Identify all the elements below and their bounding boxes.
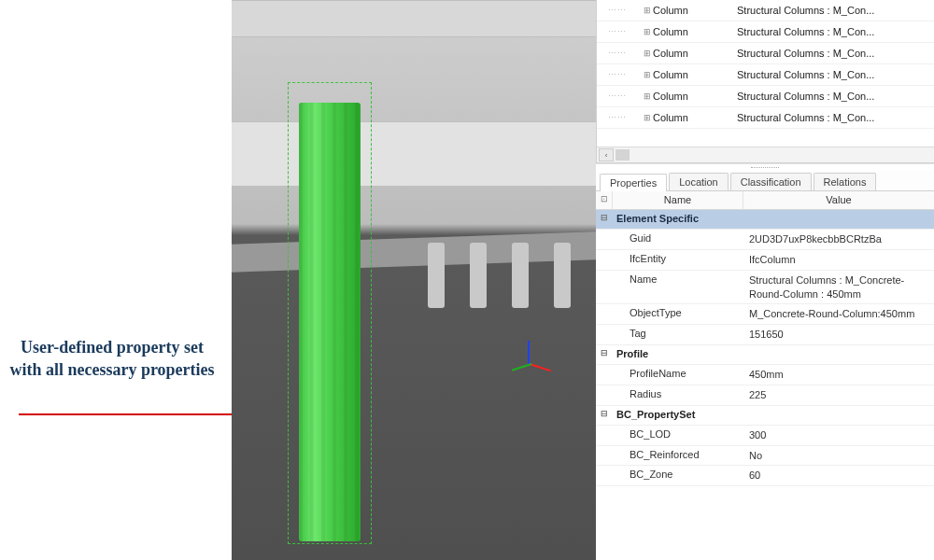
- group-bc-propertyset[interactable]: ⊟ BC_PropertySet: [596, 406, 934, 426]
- property-row[interactable]: Name Structural Columns : M_Concrete-Rou…: [596, 271, 934, 305]
- tree-item-name: Column: [653, 112, 737, 123]
- property-row[interactable]: ObjectType M_Concrete-Round-Column:450mm: [596, 304, 934, 325]
- 3d-viewport[interactable]: [232, 0, 596, 560]
- slab-element: [232, 231, 596, 273]
- tree-guide-icon: ⋯⋯: [608, 70, 642, 79]
- property-value: 225: [743, 385, 934, 405]
- expand-icon[interactable]: ⊞: [642, 6, 653, 15]
- expand-icon[interactable]: ⊞: [642, 49, 653, 58]
- property-row[interactable]: Radius 225: [596, 385, 934, 406]
- column-element: [554, 243, 571, 308]
- beam-element: [232, 0, 596, 37]
- expand-icon[interactable]: ⊞: [642, 27, 653, 36]
- scrollbar-thumb[interactable]: [616, 149, 630, 161]
- tree-item-name: Column: [653, 5, 737, 16]
- property-row[interactable]: BC_LOD 300: [596, 426, 934, 446]
- property-name: BC_Zone: [613, 466, 743, 483]
- tab-properties[interactable]: Properties: [600, 174, 667, 191]
- property-name: Name: [613, 271, 743, 287]
- property-name: Radius: [613, 385, 743, 402]
- expand-icon[interactable]: ⊞: [642, 91, 653, 101]
- tree-item-name: Column: [653, 26, 737, 37]
- property-value: No: [743, 446, 934, 466]
- collapse-icon[interactable]: ⊟: [596, 345, 613, 357]
- column-element: [428, 243, 445, 308]
- property-value: 300: [743, 426, 934, 445]
- tab-relations[interactable]: Relations: [814, 173, 877, 190]
- property-name: ObjectType: [613, 304, 743, 321]
- collapse-icon[interactable]: ⊟: [596, 406, 613, 418]
- tree-row[interactable]: ⋯⋯ ⊞ Column Structural Columns : M_Con..…: [597, 64, 934, 86]
- tab-classification[interactable]: Classification: [730, 173, 812, 190]
- property-row[interactable]: Guid 2UD3D7uxP8kecbbBCRtzBa: [596, 230, 934, 250]
- axis-gizmo[interactable]: [507, 341, 554, 387]
- tree-item-name: Column: [653, 91, 737, 102]
- tree-item-type: Structural Columns : M_Con...: [737, 5, 934, 16]
- property-value: IfcColumn: [743, 250, 934, 270]
- y-axis-icon: [512, 363, 532, 371]
- property-name: Guid: [613, 230, 743, 246]
- group-label: BC_PropertySet: [613, 406, 743, 423]
- tree-row[interactable]: ⋯⋯ ⊞ Column Structural Columns : M_Con..…: [597, 0, 934, 21]
- property-value: 60: [743, 466, 934, 485]
- property-row[interactable]: Tag 151650: [596, 325, 934, 345]
- selected-column[interactable]: [299, 103, 361, 541]
- property-value: 450mm: [743, 365, 934, 385]
- tab-location[interactable]: Location: [669, 173, 729, 190]
- horizontal-scrollbar[interactable]: ‹: [597, 147, 934, 162]
- group-label: Element Specific: [613, 210, 743, 227]
- column-element: [470, 243, 487, 308]
- property-row[interactable]: IfcEntity IfcColumn: [596, 250, 934, 271]
- group-profile[interactable]: ⊟ Profile: [596, 345, 934, 365]
- tree-item-type: Structural Columns : M_Con...: [737, 26, 934, 37]
- tree-item-type: Structural Columns : M_Con...: [737, 112, 934, 123]
- tree-guide-icon: ⋯⋯: [608, 27, 642, 36]
- expand-icon[interactable]: ⊞: [642, 70, 653, 79]
- header-name-column: Name: [613, 191, 743, 209]
- property-name: BC_LOD: [613, 426, 743, 442]
- header-value-column: Value: [743, 191, 934, 209]
- tree-item-type: Structural Columns : M_Con...: [737, 69, 934, 80]
- z-axis-icon: [528, 341, 530, 365]
- annotation-text: User-defined property set with all neces…: [9, 336, 215, 382]
- tree-guide-icon: ⋯⋯: [608, 113, 642, 122]
- property-name: ProfileName: [613, 365, 743, 382]
- property-value: Structural Columns : M_Concrete-Round-Co…: [743, 271, 934, 304]
- properties-tabs: Properties Location Classification Relat…: [596, 171, 934, 191]
- splitter-grip[interactable]: [596, 163, 934, 171]
- property-name: IfcEntity: [613, 250, 743, 267]
- tree-item-name: Column: [653, 69, 737, 80]
- property-grid[interactable]: ⊟ Element Specific Guid 2UD3D7uxP8kecbbB…: [596, 210, 934, 560]
- property-row[interactable]: BC_Reinforced No: [596, 446, 934, 467]
- tree-guide-icon: ⋯⋯: [608, 91, 642, 101]
- property-row[interactable]: ProfileName 450mm: [596, 365, 934, 385]
- model-tree[interactable]: ⋯⋯ ⊞ Column Structural Columns : M_Con..…: [596, 0, 934, 163]
- tree-row[interactable]: ⋯⋯ ⊞ Column Structural Columns : M_Con..…: [597, 43, 934, 64]
- group-element-specific[interactable]: ⊟ Element Specific: [596, 210, 934, 230]
- property-value: 2UD3D7uxP8kecbbBCRtzBa: [743, 230, 934, 249]
- tree-row[interactable]: ⋯⋯ ⊞ Column Structural Columns : M_Con..…: [597, 86, 934, 107]
- tree-row[interactable]: ⋯⋯ ⊞ Column Structural Columns : M_Con..…: [597, 21, 934, 43]
- tree-row[interactable]: ⋯⋯ ⊞ Column Structural Columns : M_Con..…: [597, 107, 934, 129]
- property-grid-header: ⊡ Name Value: [596, 191, 934, 210]
- column-element: [512, 243, 529, 308]
- beam-element: [232, 121, 596, 187]
- expand-icon[interactable]: ⊞: [642, 113, 653, 122]
- collapse-icon[interactable]: ⊟: [596, 210, 613, 222]
- property-name: BC_Reinforced: [613, 446, 743, 463]
- tree-item-type: Structural Columns : M_Con...: [737, 91, 934, 102]
- tree-item-name: Column: [653, 48, 737, 59]
- right-panel: ⋯⋯ ⊞ Column Structural Columns : M_Con..…: [596, 0, 934, 560]
- property-row[interactable]: BC_Zone 60: [596, 466, 934, 486]
- x-axis-icon: [530, 363, 551, 371]
- group-label: Profile: [613, 345, 743, 362]
- header-toggle-icon[interactable]: ⊡: [596, 191, 613, 209]
- scroll-left-icon[interactable]: ‹: [599, 148, 614, 161]
- property-name: Tag: [613, 325, 743, 342]
- tree-item-type: Structural Columns : M_Con...: [737, 48, 934, 59]
- property-value: 151650: [743, 325, 934, 344]
- tree-guide-icon: ⋯⋯: [608, 49, 642, 58]
- property-value: M_Concrete-Round-Column:450mm: [743, 304, 934, 324]
- tree-guide-icon: ⋯⋯: [608, 6, 642, 15]
